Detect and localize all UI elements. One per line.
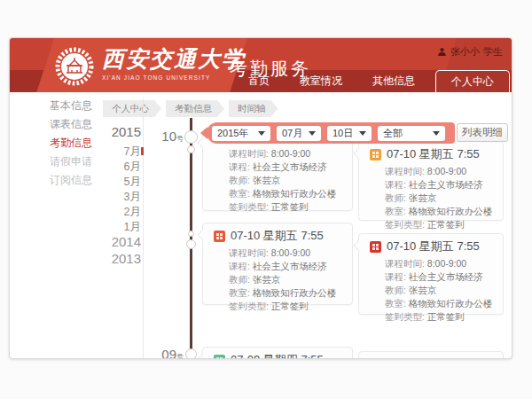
- card-tail: [197, 137, 207, 147]
- chevron-down-icon: [359, 131, 366, 136]
- timeline-node-day10: [184, 130, 198, 144]
- card-tail: [353, 148, 363, 158]
- scale-year-2014[interactable]: 2014: [112, 234, 141, 249]
- user-role: 学生: [483, 45, 503, 59]
- card-title: 07-10 星期五 7:55: [370, 239, 496, 254]
- scale-year-2013[interactable]: 2013: [112, 251, 141, 266]
- year-select[interactable]: 2015年: [212, 126, 270, 141]
- day-select[interactable]: 10日: [327, 126, 372, 141]
- timeline-node-day09: [185, 348, 197, 359]
- attendance-type-icon: [370, 241, 381, 253]
- attendance-card: 07-10 星期五 7:55 课程时间: 8:00-9:00 课程: 社会主义市…: [202, 223, 353, 305]
- scale-year-2015[interactable]: 2015: [112, 124, 141, 139]
- breadcrumb-personal-center[interactable]: 个人中心: [103, 100, 161, 117]
- breadcrumb-timeline[interactable]: 时间轴: [229, 100, 278, 117]
- main-nav: 首页 教室情况 其他信息 个人中心: [233, 70, 510, 92]
- day-marker-09: 09号: [152, 347, 184, 359]
- chevron-down-icon: [433, 131, 440, 136]
- nav-tab-other[interactable]: 其他信息: [357, 70, 430, 92]
- card-tail: [197, 354, 207, 359]
- user-chip[interactable]: 张小小 学生: [437, 45, 503, 59]
- breadcrumb: 个人中心 考勤信息 时间轴: [103, 100, 278, 117]
- user-name: 张小小: [450, 45, 480, 59]
- university-name-en: XI'AN JIAO TONG UNIVERSITY: [102, 74, 246, 81]
- nav-tab-classrooms[interactable]: 教室情况: [285, 70, 357, 92]
- chevron-down-icon: [258, 131, 265, 136]
- sidebar-item-attendance[interactable]: 考勤信息: [10, 134, 107, 153]
- sidebar-item-schedule[interactable]: 课表信息: [10, 115, 107, 134]
- nav-tab-home[interactable]: 首页: [233, 70, 285, 92]
- card-tail: [353, 240, 363, 250]
- type-select[interactable]: 全部: [378, 126, 445, 141]
- university-name-cn: 西安交通大学: [102, 46, 246, 73]
- scale-divider: [143, 98, 144, 359]
- attendance-type-icon: [370, 149, 381, 160]
- current-month-tick: [141, 147, 144, 155]
- timeline-node: [187, 145, 195, 153]
- day-marker-10: 10号: [152, 129, 184, 145]
- sidebar-item-basic-info[interactable]: 基本信息: [10, 97, 107, 115]
- breadcrumb-attendance[interactable]: 考勤信息: [166, 100, 224, 117]
- app-header: 西安交通大学 XI'AN JIAO TONG UNIVERSITY 考勤服务 张…: [10, 38, 512, 92]
- date-filter-bar: 2015年 07月 10日 全部: [207, 122, 455, 144]
- attendance-type-icon: [214, 231, 225, 242]
- scale-month-jan[interactable]: 1月: [124, 220, 141, 235]
- university-emblem-icon: [54, 46, 95, 87]
- scale-month-feb[interactable]: 2月: [124, 205, 141, 220]
- scale-month-jul[interactable]: 7月: [124, 145, 141, 160]
- timeline-axis: [190, 118, 192, 359]
- scale-month-may[interactable]: 5月: [124, 175, 141, 190]
- scale-month-jun[interactable]: 6月: [124, 160, 141, 175]
- attendance-card: [358, 351, 504, 359]
- month-select[interactable]: 07月: [277, 126, 321, 141]
- sidebar-item-leave-request[interactable]: 请假申请: [10, 153, 107, 171]
- attendance-type-icon: [214, 355, 225, 360]
- chevron-down-icon: [309, 131, 316, 136]
- user-icon: [437, 47, 447, 57]
- university-logo: 西安交通大学 XI'AN JIAO TONG UNIVERSITY: [54, 46, 246, 87]
- card-tail: [197, 230, 207, 239]
- attendance-card: 07-10 星期五 7:55 课程时间: 8:00-9:00 课程: 社会主义市…: [358, 233, 504, 315]
- attendance-card: 07-10 星期五 7:55 课程时间: 8:00-9:00 课程: 社会主义市…: [358, 141, 504, 221]
- timeline-node: [188, 231, 194, 237]
- timeline-node: [186, 239, 196, 249]
- sidebar-item-subscription[interactable]: 订阅信息: [10, 171, 107, 190]
- app-window: 西安交通大学 XI'AN JIAO TONG UNIVERSITY 考勤服务 张…: [9, 37, 512, 359]
- card-title: 07-09 星期四 7:55: [214, 352, 345, 359]
- list-detail-button[interactable]: 列表明细: [457, 123, 508, 142]
- sidebar: 基本信息 课表信息 考勤信息 请假申请 订阅信息: [10, 97, 107, 190]
- scale-month-mar[interactable]: 3月: [124, 190, 141, 205]
- attendance-card: 07-09 星期四 7:55: [202, 347, 353, 359]
- nav-tab-personal-center[interactable]: 个人中心: [435, 70, 510, 92]
- card-title: 07-10 星期五 7:55: [214, 228, 345, 244]
- card-title: 07-10 星期五 7:55: [370, 146, 496, 162]
